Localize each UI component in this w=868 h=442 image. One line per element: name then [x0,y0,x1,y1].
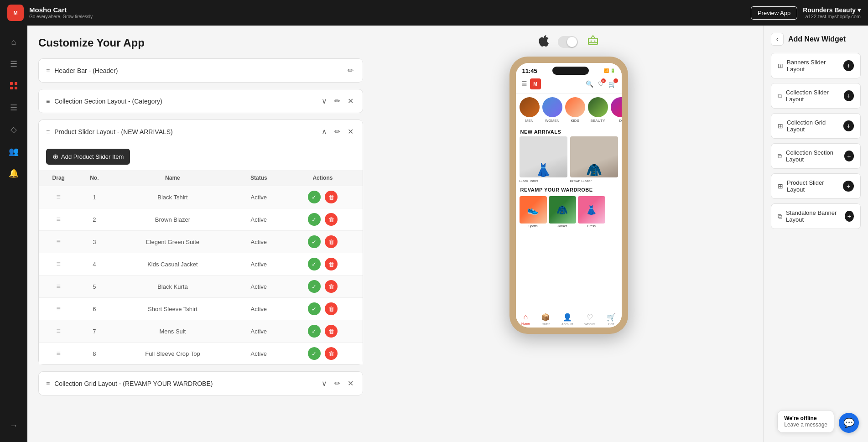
widget-option-banners-slider-layout[interactable]: ⊞ Banners Slider Layout + [771,53,861,78]
collapse-collection-section-button[interactable]: ∨ [320,96,329,106]
collection-jacket: 🧥 Jacket [549,196,576,229]
edit-collection-section-button[interactable]: ✏ [333,96,342,106]
expand-panel-button[interactable]: ‹ [771,33,784,46]
android-icon[interactable] [587,35,599,49]
logo-icon: M [7,5,24,21]
add-widget-button[interactable]: + [843,120,854,131]
widget-option-left: ⊞ Product Slider Layout [778,179,843,193]
bottom-nav-account[interactable]: 👤 Account [561,313,573,326]
widget-option-collection-slider-layout[interactable]: ⧉ Collection Slider Layout + [771,83,861,109]
delete-item-button[interactable]: 🗑 [325,258,338,270]
collapse-collection-grid-button[interactable]: ∨ [320,378,329,389]
widget-option-product-slider-layout[interactable]: ⊞ Product Slider Layout + [771,173,861,199]
add-widget-button[interactable]: + [843,181,854,192]
bottom-nav-order[interactable]: 📦 Order [541,313,550,326]
category-more-img [611,97,622,117]
delete-item-button[interactable]: 🗑 [325,347,338,360]
widget-option-standalone-banner-layout[interactable]: ⧉ Standalone Banner Layout + [771,203,861,229]
status-cell: Active [235,253,283,276]
sidebar-item-grid[interactable] [5,77,23,95]
no-cell: 4 [78,253,111,276]
actions-cell: ✓ 🗑 [283,276,363,298]
table-row: ≡ 4 Kids Casual Jacket Active ✓ 🗑 [39,253,363,276]
widget-option-label: Product Slider Layout [787,179,843,193]
sidebar-item-users[interactable]: 👥 [5,142,23,161]
table-row: ≡ 2 Brown Blazer Active ✓ 🗑 [39,208,363,231]
product-card-black-tshirt: 👗 Black Tshirt [520,136,567,184]
add-widget-button[interactable]: + [845,211,854,222]
sidebar-item-menu[interactable]: ☰ [5,55,23,73]
col-name: Name [110,170,235,186]
sidebar-item-content[interactable]: ☰ [5,99,23,117]
delete-product-slider-button[interactable]: ✕ [346,126,355,137]
no-cell: 3 [78,231,111,253]
edit-item-button[interactable]: ✓ [308,191,321,203]
sidebar-item-tags[interactable]: ◇ [5,120,23,139]
edit-item-button[interactable]: ✓ [308,347,321,360]
product-slider-table: Drag No. Name Status Actions ≡ 1 Black T… [39,170,363,364]
delete-item-button[interactable]: 🗑 [325,235,338,248]
delete-collection-section-button[interactable]: ✕ [346,96,355,106]
category-beauty-img [588,97,608,117]
phone-screen: 11:45 📶 🔋 ☰ M 🔍 ♡ [516,63,622,328]
edit-item-button[interactable]: ✓ [308,213,321,226]
delete-item-button[interactable]: 🗑 [325,191,338,203]
product-card-brown-blazer: 🧥 Brown Blazer [570,136,618,184]
edit-collection-grid-button[interactable]: ✏ [333,378,342,389]
bottom-nav-cart[interactable]: 🛒 Cart [607,313,616,326]
delete-item-button[interactable]: 🗑 [325,302,338,315]
sidebar-item-notifications[interactable]: 🔔 [5,164,23,182]
wardrobe-title: REVAMP YOUR WARDROBE [516,184,622,194]
delete-collection-grid-button[interactable]: ✕ [346,378,355,389]
collection-sports-img: 👟 [520,196,547,224]
bottom-nav-wishlist[interactable]: ♡ Wishlist [584,313,595,326]
add-widget-button[interactable]: + [844,90,854,101]
svg-point-6 [590,41,592,42]
collapse-product-slider-button[interactable]: ∧ [320,126,329,137]
widget-option-collection-grid-layout[interactable]: ⊞ Collection Grid Layout + [771,113,861,139]
edit-item-button[interactable]: ✓ [308,258,321,270]
page-title: Customize Your App [38,36,363,49]
delete-item-button[interactable]: 🗑 [325,213,338,226]
chat-button[interactable]: 💬 [839,413,859,433]
widget-option-left: ⧉ Standalone Banner Layout [778,209,845,223]
drag-cell: ≡ [39,231,78,253]
bottom-nav-account-label: Account [561,322,573,326]
logo-text: Mosho Cart Go everywhere, Grow tirelessl… [29,6,93,20]
phone-status-bar: 11:45 📶 🔋 [516,63,622,75]
status-cell: Active [235,231,283,253]
phone-nav-bar: ☰ M 🔍 ♡ 0 🛒 0 [516,75,622,94]
add-widget-button[interactable]: + [843,60,854,71]
drag-cell: ≡ [39,186,78,208]
store-url: a122-test.myshopify.com [803,14,861,19]
delete-item-button[interactable]: 🗑 [325,325,338,338]
drag-cell: ≡ [39,298,78,320]
svg-rect-2 [10,82,13,85]
add-widget-button[interactable]: + [844,151,854,161]
edit-item-button[interactable]: ✓ [308,280,321,293]
add-product-slider-item-button[interactable]: ⊕ Add Product Slider Item [46,149,130,165]
preview-app-button[interactable]: Preview App [751,6,797,20]
widget-product-slider-actions: ∧ ✏ ✕ [320,126,355,137]
sidebar-item-home[interactable]: ⌂ [5,33,23,51]
actions-cell: ✓ 🗑 [283,253,363,276]
bottom-nav-home[interactable]: ⌂ Home [521,313,530,326]
drag-handle-icon: ≡ [57,327,61,335]
edit-item-button[interactable]: ✓ [308,302,321,315]
hamburger-icon: ☰ [521,80,527,88]
order-icon: 📦 [541,313,550,322]
apple-icon[interactable] [539,35,549,49]
delete-item-button[interactable]: 🗑 [325,280,338,293]
edit-item-button[interactable]: ✓ [308,235,321,248]
widget-collection-section-header: ≡ Collection Section Layout - (Category)… [39,89,363,113]
category-circles: MEN WOMEN KIDS BEAUTY [516,94,622,126]
widget-option-collection-section-layout[interactable]: ⧉ Collection Section Layout + [771,143,861,169]
edit-product-slider-button[interactable]: ✏ [333,126,342,137]
edit-header-bar-button[interactable]: ✏ [346,65,355,76]
plus-icon: ⊕ [52,152,58,161]
sidebar-item-export[interactable]: → [5,416,23,435]
widget-product-slider-title: Product Slider Layout - (NEW ARRIVALS) [54,128,320,135]
edit-item-button[interactable]: ✓ [308,325,321,338]
widget-product-slider: ≡ Product Slider Layout - (NEW ARRIVALS)… [38,120,363,365]
platform-toggle[interactable] [558,36,578,48]
